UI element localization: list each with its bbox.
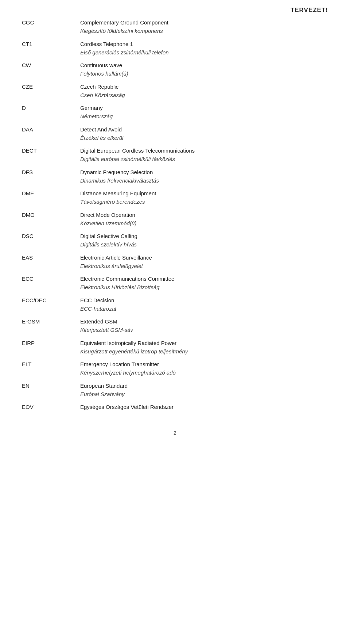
definition-hungarian: ECC-határozat xyxy=(80,304,328,313)
abbreviation: DME xyxy=(22,189,80,211)
glossary-row: CZECzech RepublicCseh Köztársaság xyxy=(22,83,328,104)
glossary-row: DGermanyNémetország xyxy=(22,104,328,125)
abbreviation: DECT xyxy=(22,146,80,168)
definition: Digital European Cordless Telecommunicat… xyxy=(80,146,328,168)
definition-english: Distance Measuring Equipment xyxy=(80,189,328,198)
abbreviation: DMO xyxy=(22,211,80,232)
definition-english: Digital Selective Calling xyxy=(80,232,328,240)
glossary-row: E-GSMExtended GSMKiterjesztett GSM-sáv xyxy=(22,317,328,339)
glossary-row: ELTEmergency Location TransmitterKénysze… xyxy=(22,360,328,382)
glossary-row: DSCDigital Selective CallingDigitális sz… xyxy=(22,232,328,253)
abbreviation: CGC xyxy=(22,18,80,40)
definition-english: Extended GSM xyxy=(80,317,328,326)
definition-hungarian: Érzékel és elkerül xyxy=(80,134,328,142)
glossary-row: CGCComplementary Ground ComponentKiegész… xyxy=(22,18,328,40)
abbreviation: CT1 xyxy=(22,40,80,61)
definition-hungarian: Első generációs zsinórnélküli telefon xyxy=(80,48,328,57)
definition: Digital Selective CallingDigitális szele… xyxy=(80,232,328,253)
definition-english: Cordless Telephone 1 xyxy=(80,40,328,48)
definition: Emergency Location TransmitterKényszerhe… xyxy=(80,360,328,382)
definition-hungarian: Kisugárzott egyenértékű izotrop teljesít… xyxy=(80,347,328,356)
abbreviation: DSC xyxy=(22,232,80,253)
definition-hungarian: Cseh Köztársaság xyxy=(80,91,328,99)
abbreviation: E-GSM xyxy=(22,317,80,339)
definition-hungarian: Kényszerhelyzeti helymeghatározó adó xyxy=(80,368,328,377)
definition: Cordless Telephone 1Első generációs zsin… xyxy=(80,40,328,61)
definition-hungarian: Digitális európai zsinórnélküli távközlé… xyxy=(80,155,328,163)
abbreviation: DAA xyxy=(22,125,80,147)
definition-hungarian: Európai Szabvány xyxy=(80,390,328,398)
abbreviation: ECC/DEC xyxy=(22,296,80,318)
definition: European StandardEurópai Szabvány xyxy=(80,382,328,403)
abbreviation: EAS xyxy=(22,253,80,275)
definition-english: Emergency Location Transmitter xyxy=(80,360,328,368)
glossary-table: CGCComplementary Ground ComponentKiegész… xyxy=(22,18,328,415)
definition-english: Czech Republic xyxy=(80,83,328,91)
abbreviation: CZE xyxy=(22,83,80,104)
abbreviation: EN xyxy=(22,382,80,403)
definition: Continuous waveFolytonos hullám(ú) xyxy=(80,61,328,83)
draft-label: TERVEZET! xyxy=(291,7,328,14)
glossary-row: CT1Cordless Telephone 1Első generációs z… xyxy=(22,40,328,61)
abbreviation: DFS xyxy=(22,168,80,189)
definition-english: Complementary Ground Component xyxy=(80,18,328,27)
glossary-row: ECC/DECECC DecisionECC-határozat xyxy=(22,296,328,318)
definition-hungarian: Folytonos hullám(ú) xyxy=(80,69,328,78)
glossary-row: DFSDynamic Frequency SelectionDinamikus … xyxy=(22,168,328,189)
definition: Direct Mode OperationKözvetlen üzemmód(ú… xyxy=(80,211,328,232)
abbreviation: EIRP xyxy=(22,339,80,360)
definition-english: ECC Decision xyxy=(80,296,328,304)
definition-english: Electronic Article Surveillance xyxy=(80,253,328,262)
definition-english: Germany xyxy=(80,104,328,112)
glossary-row: ECCElectronic Communications CommitteeEl… xyxy=(22,275,328,296)
glossary-row: CWContinuous waveFolytonos hullám(ú) xyxy=(22,61,328,83)
definition-english: European Standard xyxy=(80,382,328,390)
glossary-row: EIRPEquivalent Isotropically Radiated Po… xyxy=(22,339,328,360)
abbreviation: D xyxy=(22,104,80,125)
definition-english: Direct Mode Operation xyxy=(80,211,328,219)
definition-english: Egységes Országos Vetületi Rendszer xyxy=(80,403,328,411)
definition: Equivalent Isotropically Radiated PowerK… xyxy=(80,339,328,360)
abbreviation: ELT xyxy=(22,360,80,382)
definition: Detect And AvoidÉrzékel és elkerül xyxy=(80,125,328,147)
definition: ECC DecisionECC-határozat xyxy=(80,296,328,318)
definition-hungarian: Közvetlen üzemmód(ú) xyxy=(80,219,328,227)
definition-hungarian: Németország xyxy=(80,112,328,120)
abbreviation: CW xyxy=(22,61,80,83)
definition-english: Detect And Avoid xyxy=(80,125,328,134)
definition: Complementary Ground ComponentKiegészítő… xyxy=(80,18,328,40)
abbreviation: EOV xyxy=(22,403,80,415)
definition: Distance Measuring EquipmentTávolságmérő… xyxy=(80,189,328,211)
glossary-row: DECTDigital European Cordless Telecommun… xyxy=(22,146,328,168)
glossary-row: DMODirect Mode OperationKözvetlen üzemmó… xyxy=(22,211,328,232)
definition-english: Electronic Communications Committee xyxy=(80,275,328,283)
definition: Dynamic Frequency SelectionDinamikus fre… xyxy=(80,168,328,189)
glossary-row: ENEuropean StandardEurópai Szabvány xyxy=(22,382,328,403)
definition: Extended GSMKiterjesztett GSM-sáv xyxy=(80,317,328,339)
definition: GermanyNémetország xyxy=(80,104,328,125)
definition-hungarian: Kiegészítő földfelszíni komponens xyxy=(80,27,328,35)
definition-hungarian: Elektronikus Hírközlési Bizottság xyxy=(80,283,328,291)
abbreviation: ECC xyxy=(22,275,80,296)
definition-hungarian: Kiterjesztett GSM-sáv xyxy=(80,326,328,334)
definition-hungarian: Elektronikus árufelügyelet xyxy=(80,262,328,270)
glossary-row: EOVEgységes Országos Vetületi Rendszer xyxy=(22,403,328,415)
definition: Egységes Országos Vetületi Rendszer xyxy=(80,403,328,415)
definition-hungarian: Digitális szelektív hívás xyxy=(80,240,328,249)
page-container: TERVEZET! CGCComplementary Ground Compon… xyxy=(0,0,350,458)
definition-english: Digital European Cordless Telecommunicat… xyxy=(80,146,328,155)
definition-hungarian: Dinamikus frekvenciakiválasztás xyxy=(80,176,328,185)
glossary-row: DMEDistance Measuring EquipmentTávolságm… xyxy=(22,189,328,211)
definition: Electronic Article SurveillanceElektroni… xyxy=(80,253,328,275)
definition-hungarian: Távolságmérő berendezés xyxy=(80,198,328,206)
definition: Electronic Communications CommitteeElekt… xyxy=(80,275,328,296)
page-number: 2 xyxy=(22,430,328,436)
glossary-row: DAADetect And AvoidÉrzékel és elkerül xyxy=(22,125,328,147)
definition-english: Dynamic Frequency Selection xyxy=(80,168,328,176)
definition-english: Continuous wave xyxy=(80,61,328,69)
glossary-row: EASElectronic Article SurveillanceElektr… xyxy=(22,253,328,275)
definition: Czech RepublicCseh Köztársaság xyxy=(80,83,328,104)
definition-english: Equivalent Isotropically Radiated Power xyxy=(80,339,328,347)
